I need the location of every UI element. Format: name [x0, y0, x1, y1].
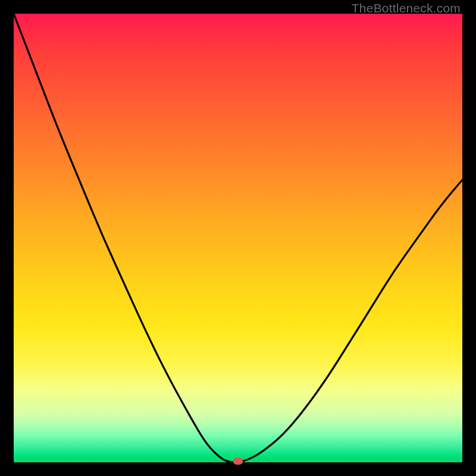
bottleneck-curve — [14, 14, 462, 462]
chart-container: TheBottleneck.com — [0, 0, 476, 476]
bottleneck-marker — [233, 458, 243, 465]
plot-area — [14, 14, 462, 462]
